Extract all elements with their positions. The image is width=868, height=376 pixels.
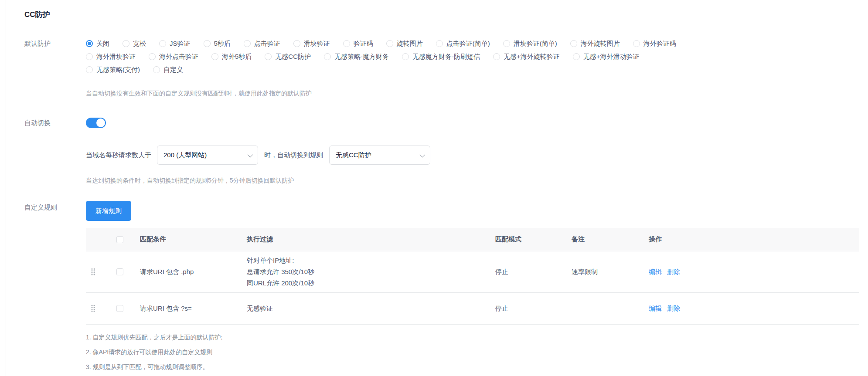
radio-option[interactable]: 旋转图片	[386, 37, 423, 50]
radio-label: 点击验证	[254, 37, 280, 50]
radio-icon	[153, 66, 160, 73]
radio-icon	[386, 40, 393, 47]
rule-mode: 停止	[495, 305, 572, 313]
auto-switch-row: 自动切换 当域名每秒请求数大于 200 (大型网站) 时，自动切换到规则 无感C…	[24, 116, 859, 184]
radio-icon	[324, 53, 331, 60]
radio-option[interactable]: 宽松	[123, 37, 146, 50]
radio-option[interactable]: 无感策略-魔方财务	[324, 50, 389, 63]
condition-middle-text: 时，自动切换到规则	[264, 151, 323, 159]
select-all-checkbox[interactable]	[116, 236, 123, 243]
radio-label: 宽松	[133, 37, 146, 50]
radio-label: 海外验证码	[643, 37, 676, 50]
radio-icon	[570, 40, 577, 47]
radio-icon	[86, 53, 93, 60]
radio-icon	[493, 53, 500, 60]
delete-link[interactable]: 删除	[667, 268, 680, 275]
radio-label: 无感+海外旋转验证	[504, 50, 560, 63]
radio-label: 滑块验证	[304, 37, 330, 50]
radio-label: 5秒盾	[214, 37, 231, 50]
custom-rules-row: 自定义规则 新增规则 匹配条件 执行过滤 匹配模式 备注 操作	[24, 201, 859, 376]
drag-handle-icon	[91, 268, 95, 276]
drag-handle[interactable]	[86, 305, 105, 312]
rules-table: 匹配条件 执行过滤 匹配模式 备注 操作	[86, 228, 859, 325]
header-remark: 备注	[572, 235, 649, 244]
radio-option[interactable]: 5秒盾	[204, 37, 231, 50]
header-condition: 匹配条件	[140, 235, 247, 244]
add-rule-button[interactable]: 新增规则	[86, 201, 131, 221]
radio-option[interactable]: 海外旋转图片	[570, 37, 620, 50]
radio-icon	[244, 40, 251, 47]
radio-option[interactable]: JS验证	[159, 37, 191, 50]
radio-option[interactable]: 海外验证码	[633, 37, 676, 50]
row-checkbox[interactable]	[116, 305, 123, 312]
table-row: 请求URI 包含 ?s= 无感验证 停止 编辑删除	[86, 293, 859, 325]
auto-switch-label: 自动切换	[24, 116, 86, 129]
note-line: 2. 像API请求的放行可以使用此处的自定义规则	[86, 349, 859, 355]
header-mode: 匹配模式	[495, 235, 572, 244]
chevron-down-icon	[420, 152, 425, 157]
note-line: 3. 规则是从到下匹配，可拖动规则调整顺序。	[86, 364, 859, 370]
table-row: 请求URI 包含 .php 针对单个IP地址: 总请求允许 350次/10秒 同…	[86, 251, 859, 293]
condition-prefix-text: 当域名每秒请求数大于	[86, 151, 151, 159]
filter-line: 总请求允许 350次/10秒	[247, 266, 490, 278]
radio-label: 自定义	[163, 63, 183, 76]
radio-option[interactable]: 点击验证(简单)	[436, 37, 490, 50]
radio-option[interactable]: 滑块验证(简单)	[503, 37, 557, 50]
radio-option[interactable]: 无感魔方财务-防刷短信	[402, 50, 480, 63]
auto-switch-toggle[interactable]	[86, 118, 106, 128]
radio-label: 海外5秒盾	[222, 50, 252, 63]
note-line: 1. 自定义规则优先匹配，之后才是上面的默认防护;	[86, 334, 859, 340]
radio-icon	[343, 40, 350, 47]
radio-label: 无感+海外滑动验证	[583, 50, 640, 63]
radio-selected-icon	[86, 40, 93, 47]
radio-option[interactable]: 滑块验证	[293, 37, 330, 50]
filter-line: 同URL允许 200次/10秒	[247, 278, 490, 289]
radio-row-3: 无感策略(支付) 自定义	[86, 63, 859, 76]
rule-actions: 编辑删除	[649, 268, 859, 276]
rule-mode: 停止	[495, 268, 572, 276]
rule-condition: 请求URI 包含 ?s=	[140, 305, 247, 313]
radio-row-2: 海外滑块验证 海外点击验证 海外5秒盾 无感CC防护 无感策略-魔方财务 无感魔…	[86, 50, 859, 63]
threshold-select[interactable]: 200 (大型网站)	[157, 146, 258, 165]
radio-option[interactable]: 验证码	[343, 37, 373, 50]
radio-icon	[86, 66, 93, 73]
radio-label: 海外点击验证	[159, 50, 198, 63]
radio-icon	[293, 40, 300, 47]
radio-icon	[503, 40, 510, 47]
rule-remark: 速率限制	[572, 268, 649, 276]
radio-icon	[211, 53, 218, 60]
radio-option-close[interactable]: 关闭	[86, 37, 109, 50]
radio-option[interactable]: 无感策略(支付)	[86, 63, 140, 76]
delete-link[interactable]: 删除	[667, 305, 680, 312]
row-checkbox[interactable]	[116, 268, 123, 275]
rule-select-value: 无感CC防护	[336, 151, 371, 159]
page-title: CC防护	[24, 11, 859, 19]
radio-label: 无感CC防护	[275, 50, 311, 63]
radio-option[interactable]: 无感+海外旋转验证	[493, 50, 560, 63]
radio-icon	[573, 53, 580, 60]
toggle-knob	[96, 119, 105, 127]
rule-select[interactable]: 无感CC防护	[329, 146, 430, 165]
radio-icon	[204, 40, 211, 47]
radio-label: 无感魔方财务-防刷短信	[412, 50, 480, 63]
radio-option[interactable]: 无感CC防护	[265, 50, 311, 63]
table-header-row: 匹配条件 执行过滤 匹配模式 备注 操作	[86, 228, 859, 251]
radio-label: 关闭	[96, 37, 109, 50]
default-protection-row: 默认防护 关闭 宽松 JS验证 5秒盾 点击验证 滑块验证 验证码 旋转图片 点…	[24, 37, 859, 97]
edit-link[interactable]: 编辑	[649, 305, 662, 312]
radio-option[interactable]: 自定义	[153, 63, 183, 76]
drag-handle[interactable]	[86, 268, 105, 276]
radio-option[interactable]: 海外滑块验证	[86, 50, 136, 63]
radio-option[interactable]: 海外5秒盾	[211, 50, 252, 63]
switch-condition-row: 当域名每秒请求数大于 200 (大型网站) 时，自动切换到规则 无感CC防护	[86, 146, 859, 165]
radio-option[interactable]: 海外点击验证	[149, 50, 198, 63]
auto-switch-help: 当达到切换的条件时，自动切换到指定的规则5分钟，5分钟后切换回默认防护	[86, 176, 859, 184]
radio-icon	[402, 53, 409, 60]
radio-label: 海外旋转图片	[581, 37, 620, 50]
radio-option[interactable]: 无感+海外滑动验证	[573, 50, 640, 63]
edit-link[interactable]: 编辑	[649, 268, 662, 275]
radio-label: 点击验证(简单)	[446, 37, 490, 50]
filter-line: 针对单个IP地址:	[247, 255, 490, 266]
radio-label: 海外滑块验证	[96, 50, 136, 63]
radio-option[interactable]: 点击验证	[244, 37, 280, 50]
